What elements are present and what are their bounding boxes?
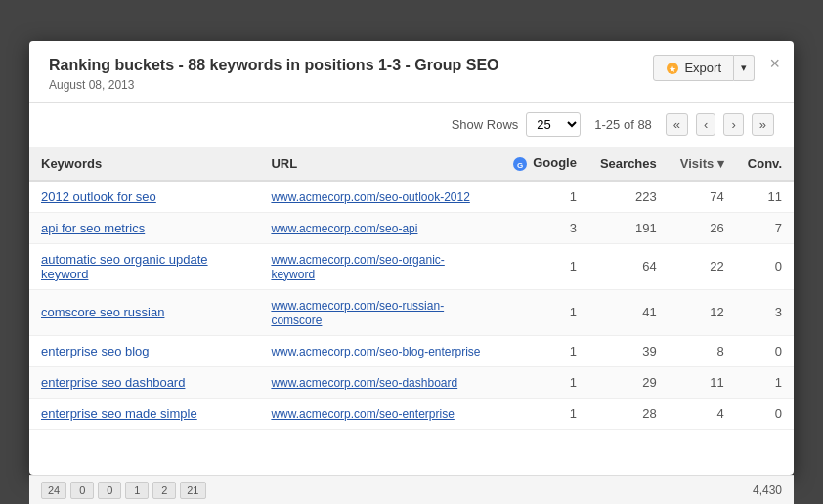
cell-searches: 64	[588, 243, 669, 289]
cell-url: www.acmecorp.com/seo-api	[259, 212, 499, 243]
strip-cell-4: 1	[125, 482, 149, 499]
strip-cell-3: 0	[98, 482, 121, 499]
cell-searches: 39	[588, 335, 669, 366]
cell-keyword: automatic seo organic update keyword	[29, 243, 259, 289]
export-button[interactable]: ★ Export	[653, 55, 734, 81]
cell-url: www.acmecorp.com/seo-organic- keyword	[259, 243, 499, 289]
cell-google: 1	[500, 181, 588, 213]
cell-keyword: comscore seo russian	[29, 289, 259, 335]
cell-conv: 0	[736, 335, 794, 366]
col-header-url: URL	[259, 147, 499, 181]
url-link[interactable]: www.acmecorp.com/seo-api	[271, 222, 417, 235]
cell-searches: 29	[588, 366, 669, 398]
keyword-link[interactable]: 2012 outlook for seo	[41, 189, 156, 204]
toolbar: Show Rows 25 50 100 1-25 of 88 « ‹ › »	[29, 103, 794, 147]
cell-keyword: enterprise seo blog	[29, 335, 259, 366]
cell-visits: 74	[669, 181, 736, 213]
keyword-link[interactable]: automatic seo organic update keyword	[41, 252, 208, 281]
strip-cell-2: 0	[70, 482, 94, 499]
pagination-info: 1-25 of 88	[594, 117, 652, 132]
export-icon: ★	[666, 62, 679, 75]
keyword-link[interactable]: enterprise seo made simple	[41, 406, 197, 421]
table-row: 2012 outlook for seo www.acmecorp.com/se…	[29, 181, 794, 213]
cell-visits: 4	[669, 398, 736, 429]
svg-text:★: ★	[669, 64, 676, 74]
cell-conv: 11	[736, 181, 794, 213]
rows-select[interactable]: 25 50 100	[526, 112, 581, 137]
pag-first-button[interactable]: «	[666, 113, 688, 136]
cell-searches: 28	[588, 398, 669, 429]
cell-searches: 223	[588, 181, 669, 213]
table-row: enterprise seo made simple www.acmecorp.…	[29, 398, 794, 429]
col-header-google: G Google	[500, 147, 588, 181]
strip-cell-5: 2	[152, 482, 176, 499]
keyword-link[interactable]: api for seo metrics	[41, 221, 145, 235]
keyword-link[interactable]: enterprise seo dashboard	[41, 375, 185, 390]
table-container: Keywords URL G Google Searches Visits ▾ …	[29, 147, 794, 454]
strip-total: 4,430	[753, 483, 782, 497]
cell-url: www.acmecorp.com/seo-dashboard	[259, 366, 499, 398]
cell-google: 1	[500, 398, 588, 429]
table-header-row: Keywords URL G Google Searches Visits ▾ …	[29, 147, 794, 181]
cell-google: 1	[500, 366, 588, 398]
cell-keyword: enterprise seo made simple	[29, 398, 259, 429]
modal-header: Ranking buckets - 88 keywords in positio…	[29, 41, 794, 103]
url-link[interactable]: www.acmecorp.com/seo-outlook-2012	[271, 190, 469, 204]
cell-conv: 3	[736, 289, 794, 335]
cell-searches: 191	[588, 212, 669, 243]
cell-google: 1	[500, 243, 588, 289]
close-button[interactable]: ×	[769, 55, 780, 72]
cell-conv: 0	[736, 243, 794, 289]
cell-visits: 8	[669, 335, 736, 366]
keyword-link[interactable]: enterprise seo blog	[41, 344, 150, 358]
keyword-link[interactable]: comscore seo russian	[41, 305, 164, 319]
pag-prev-button[interactable]: ‹	[696, 113, 715, 136]
table-body: 2012 outlook for seo www.acmecorp.com/se…	[29, 181, 794, 430]
cell-conv: 1	[736, 366, 794, 398]
modal: Ranking buckets - 88 keywords in positio…	[29, 41, 794, 475]
url-link[interactable]: www.acmecorp.com/seo-organic- keyword	[271, 253, 444, 281]
pag-next-button[interactable]: ›	[723, 113, 743, 136]
table-row: api for seo metrics www.acmecorp.com/seo…	[29, 212, 794, 243]
col-header-visits[interactable]: Visits ▾	[669, 147, 736, 181]
google-icon: G	[512, 156, 528, 172]
cell-visits: 22	[669, 243, 736, 289]
cell-keyword: 2012 outlook for seo	[29, 181, 259, 213]
cell-keyword: api for seo metrics	[29, 212, 259, 243]
cell-keyword: enterprise seo dashboard	[29, 366, 259, 398]
show-rows-label: Show Rows	[452, 117, 519, 132]
svg-text:G: G	[516, 161, 522, 170]
strip-cell-1: 24	[41, 482, 66, 499]
col-header-searches: Searches	[588, 147, 669, 181]
bottom-strip: 24 0 0 1 2 21 4,430	[29, 475, 794, 504]
pag-last-button[interactable]: »	[752, 113, 774, 136]
col-header-conv: Conv.	[736, 147, 794, 181]
col-header-keywords: Keywords	[29, 147, 259, 181]
export-btn-group: ★ Export ▾	[653, 55, 755, 81]
url-link[interactable]: www.acmecorp.com/seo-enterprise	[271, 407, 454, 421]
export-dropdown-button[interactable]: ▾	[734, 55, 755, 81]
cell-google: 1	[500, 335, 588, 366]
cell-google: 3	[500, 212, 588, 243]
cell-url: www.acmecorp.com/seo-blog-enterprise	[259, 335, 499, 366]
cell-visits: 26	[669, 212, 736, 243]
cell-google: 1	[500, 289, 588, 335]
strip-cell-6: 21	[180, 482, 205, 499]
cell-url: www.acmecorp.com/seo-russian-comscore	[259, 289, 499, 335]
cell-conv: 7	[736, 212, 794, 243]
cell-conv: 0	[736, 398, 794, 429]
table-row: comscore seo russian www.acmecorp.com/se…	[29, 289, 794, 335]
data-table: Keywords URL G Google Searches Visits ▾ …	[29, 147, 794, 430]
url-link[interactable]: www.acmecorp.com/seo-dashboard	[271, 376, 457, 390]
table-row: enterprise seo dashboard www.acmecorp.co…	[29, 366, 794, 398]
cell-visits: 11	[669, 366, 736, 398]
table-row: automatic seo organic update keyword www…	[29, 243, 794, 289]
url-link[interactable]: www.acmecorp.com/seo-blog-enterprise	[271, 345, 480, 358]
cell-searches: 41	[588, 289, 669, 335]
cell-url: www.acmecorp.com/seo-enterprise	[259, 398, 499, 429]
url-link[interactable]: www.acmecorp.com/seo-russian-comscore	[271, 299, 444, 327]
cell-url: www.acmecorp.com/seo-outlook-2012	[259, 181, 499, 213]
table-row: enterprise seo blog www.acmecorp.com/seo…	[29, 335, 794, 366]
cell-visits: 12	[669, 289, 736, 335]
